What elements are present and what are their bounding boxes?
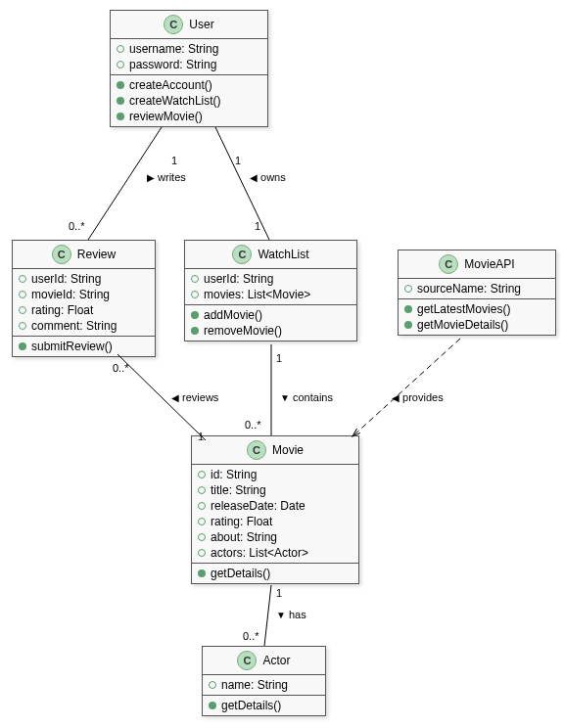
mult-contains-movie: 0..*	[245, 419, 261, 431]
methods-section: getDetails()	[192, 564, 358, 583]
attr: movies: List<Movie>	[191, 287, 351, 302]
visibility-icon	[191, 291, 199, 298]
method-text: getDetails()	[211, 567, 270, 580]
mult-reviews-movie: 1	[198, 431, 204, 442]
attr-text: password: String	[129, 58, 216, 71]
arrow-icon: ▼	[276, 610, 286, 620]
method: createWatchList()	[117, 93, 261, 109]
methods-section: createAccount() createWatchList() review…	[111, 75, 267, 126]
attrs-section: userId: String movieId: String rating: F…	[13, 269, 155, 337]
methods-section: addMovie() removeMovie()	[185, 305, 356, 341]
attr-text: name: String	[221, 678, 288, 692]
attr: actors: List<Actor>	[198, 545, 352, 561]
visibility-icon	[404, 285, 412, 293]
attr-text: userId: String	[204, 272, 273, 286]
mult-owns-user: 1	[235, 155, 241, 166]
attr: about: String	[198, 529, 352, 545]
attr-text: title: String	[211, 483, 266, 497]
method-text: getLatestMovies()	[417, 302, 510, 316]
method: getMovieDetails()	[404, 317, 549, 333]
class-icon: C	[52, 245, 71, 264]
method-text: addMovie()	[204, 308, 262, 322]
class-name: MovieAPI	[464, 257, 514, 271]
method-text: submitReview()	[31, 340, 113, 353]
attrs-section: username: String password: String	[111, 39, 267, 75]
mult-contains-watchlist: 1	[276, 352, 282, 364]
rel-label: writes	[158, 171, 186, 183]
arrow-icon: ▶	[147, 172, 155, 183]
visibility-icon	[19, 306, 26, 314]
attr: sourceName: String	[404, 281, 549, 296]
methods-section: submitReview()	[13, 337, 155, 356]
mult-has-movie: 1	[276, 587, 282, 599]
attr: id: String	[198, 467, 352, 482]
mult-owns-watchlist: 1	[255, 220, 260, 232]
attr: userId: String	[19, 271, 149, 287]
visibility-icon	[117, 45, 124, 53]
class-name: Actor	[262, 654, 290, 667]
class-title-row: C WatchList	[185, 241, 356, 269]
attr-text: comment: String	[31, 319, 117, 333]
visibility-icon	[117, 81, 124, 89]
class-title-row: C MovieAPI	[399, 250, 555, 279]
rel-reviews: ◀ reviews	[171, 391, 218, 403]
visibility-icon	[191, 275, 199, 283]
class-name: WatchList	[258, 248, 308, 261]
class-review: C Review userId: String movieId: String …	[12, 240, 156, 357]
class-movie: C Movie id: String title: String release…	[191, 435, 359, 584]
class-icon: C	[247, 440, 266, 460]
method: submitReview()	[19, 339, 149, 354]
method: getDetails()	[198, 566, 352, 581]
method-text: removeMovie()	[204, 324, 282, 338]
visibility-icon	[191, 311, 199, 319]
visibility-icon	[198, 549, 206, 557]
attrs-section: sourceName: String	[399, 279, 555, 299]
attr: movieId: String	[19, 287, 149, 302]
arrow-icon: ▼	[280, 392, 290, 403]
svg-line-5	[264, 585, 271, 646]
mult-reviews-review: 0..*	[113, 362, 129, 374]
arrow-icon: ◀	[250, 172, 258, 183]
attr-text: rating: Float	[211, 515, 272, 528]
attr-text: about: String	[211, 530, 277, 544]
attrs-section: userId: String movies: List<Movie>	[185, 269, 356, 305]
rel-contains: ▼ contains	[280, 391, 333, 403]
mult-writes-review: 0..*	[69, 220, 85, 232]
class-title-row: C Movie	[192, 436, 358, 465]
class-icon: C	[439, 254, 458, 274]
method: createAccount()	[117, 77, 261, 93]
attr: username: String	[117, 41, 261, 57]
visibility-icon	[198, 486, 206, 494]
rel-label: has	[289, 609, 306, 620]
rel-label: provides	[402, 391, 444, 403]
visibility-icon	[19, 342, 26, 350]
attr: comment: String	[19, 318, 149, 334]
visibility-icon	[198, 569, 206, 577]
visibility-icon	[117, 97, 124, 105]
class-title-row: C User	[111, 11, 267, 39]
attr: userId: String	[191, 271, 351, 287]
rel-label: contains	[293, 391, 333, 403]
attr-text: rating: Float	[31, 303, 93, 317]
visibility-icon	[404, 305, 412, 313]
visibility-icon	[404, 321, 412, 329]
mult-has-actor: 0..*	[243, 630, 259, 642]
methods-section: getDetails()	[203, 696, 325, 715]
attr-text: username: String	[129, 42, 218, 56]
attr: name: String	[209, 677, 319, 693]
class-name: Review	[77, 248, 116, 261]
attr-text: movieId: String	[31, 288, 110, 301]
attrs-section: name: String	[203, 675, 325, 696]
class-name: User	[189, 18, 213, 31]
svg-line-0	[88, 127, 162, 240]
visibility-icon	[19, 291, 26, 298]
visibility-icon	[19, 322, 26, 330]
attr: rating: Float	[198, 514, 352, 529]
method: getDetails()	[209, 698, 319, 713]
attr: title: String	[198, 482, 352, 498]
attr-text: userId: String	[31, 272, 101, 286]
class-actor: C Actor name: String getDetails()	[202, 646, 326, 716]
visibility-icon	[19, 275, 26, 283]
method-text: createAccount()	[129, 78, 212, 92]
arrow-icon: ◀	[171, 392, 179, 403]
